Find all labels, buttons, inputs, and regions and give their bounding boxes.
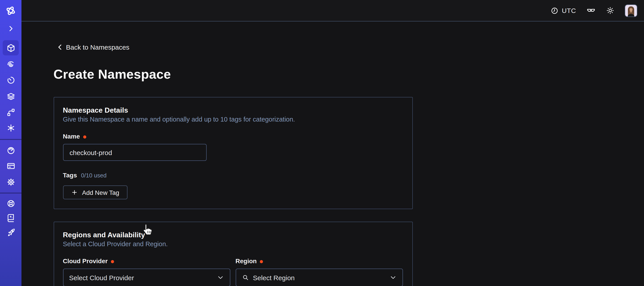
clock-icon — [551, 6, 559, 14]
sidebar-item-namespaces[interactable] — [3, 40, 19, 55]
card-title: Regions and Availability — [63, 231, 403, 239]
sidebar-item-layers[interactable] — [3, 89, 19, 104]
sidebar-item-schedules[interactable] — [3, 73, 19, 88]
region-select[interactable]: Select Region — [236, 269, 403, 286]
user-avatar[interactable] — [625, 4, 637, 17]
chevron-down-icon — [217, 274, 224, 281]
sidebar-item-getting-started[interactable] — [3, 225, 19, 240]
region-placeholder: Select Region — [253, 274, 295, 281]
sidebar-divider — [0, 139, 22, 140]
tags-usage-counter: 0/10 used — [81, 172, 106, 179]
branch-icon — [6, 107, 16, 117]
namespace-name-input[interactable] — [63, 144, 206, 161]
sidebar-item-support[interactable] — [3, 196, 19, 211]
sidebar-item-workflows[interactable] — [3, 56, 19, 71]
asterisk-icon — [6, 123, 16, 133]
regions-availability-card: Regions and Availability Select a Cloud … — [54, 222, 412, 286]
cloud-provider-field: Cloud Provider Select Cloud Provider — [63, 257, 230, 286]
app-window: UTC — [0, 0, 644, 286]
cloud-provider-placeholder: Select Cloud Provider — [69, 274, 134, 281]
add-new-tag-label: Add New Tag — [82, 189, 119, 196]
card-title: Namespace Details — [63, 106, 403, 114]
sidebar-item-nexus[interactable] — [3, 120, 19, 136]
content-area: Back to Namespaces Create Namespace Name… — [22, 21, 644, 286]
spiral-icon — [6, 59, 16, 69]
sidebar-item-settings[interactable] — [3, 175, 19, 190]
card-subtitle: Select a Cloud Provider and Region. — [63, 241, 403, 248]
sidebar — [0, 0, 22, 286]
layers-icon — [6, 92, 16, 101]
timezone-label: UTC — [562, 7, 576, 14]
glasses-icon — [586, 6, 596, 15]
required-indicator — [111, 260, 114, 263]
region-label: Region — [236, 257, 257, 265]
lifebuoy-icon — [6, 199, 16, 208]
expand-sidebar-chevron-icon[interactable] — [3, 21, 19, 36]
theme-toggle[interactable] — [606, 6, 614, 15]
sidebar-item-usage[interactable] — [3, 143, 19, 158]
sun-icon — [606, 6, 614, 15]
required-indicator — [83, 135, 86, 138]
timer-icon — [6, 75, 16, 85]
sidebar-divider — [0, 193, 22, 194]
dev-mode-toggle[interactable] — [586, 6, 596, 15]
chevron-down-icon — [389, 274, 396, 281]
rocket-icon — [6, 228, 16, 237]
back-to-namespaces-link[interactable]: Back to Namespaces — [54, 43, 129, 51]
plus-icon — [71, 189, 78, 196]
main-column: UTC — [22, 0, 644, 286]
cloud-provider-select[interactable]: Select Cloud Provider — [63, 269, 230, 286]
gauge-icon — [6, 145, 16, 155]
gear-icon — [6, 177, 16, 187]
tags-label: Tags — [63, 172, 77, 179]
topbar: UTC — [22, 0, 644, 21]
timezone-selector[interactable]: UTC — [551, 6, 576, 14]
page-title: Create Namespace — [54, 67, 644, 82]
required-indicator — [260, 260, 263, 263]
cloud-provider-label: Cloud Provider — [63, 257, 108, 265]
region-field: Region Select Region — [236, 257, 403, 286]
chevron-left-icon — [56, 43, 64, 51]
credit-card-icon — [6, 161, 16, 171]
cube-icon — [6, 43, 16, 52]
back-link-label: Back to Namespaces — [66, 43, 129, 51]
book-sparkles-icon — [6, 213, 16, 222]
add-new-tag-button[interactable]: Add New Tag — [63, 185, 127, 199]
name-label: Name — [63, 133, 80, 140]
search-icon — [242, 274, 249, 281]
sidebar-item-deployments[interactable] — [3, 105, 19, 120]
sidebar-item-billing[interactable] — [3, 158, 19, 174]
namespace-details-card: Namespace Details Give this Namespace a … — [54, 97, 412, 209]
temporal-logo-icon[interactable] — [3, 3, 19, 18]
card-subtitle: Give this Namespace a name and optionall… — [63, 116, 403, 123]
sidebar-item-docs[interactable] — [3, 210, 19, 225]
